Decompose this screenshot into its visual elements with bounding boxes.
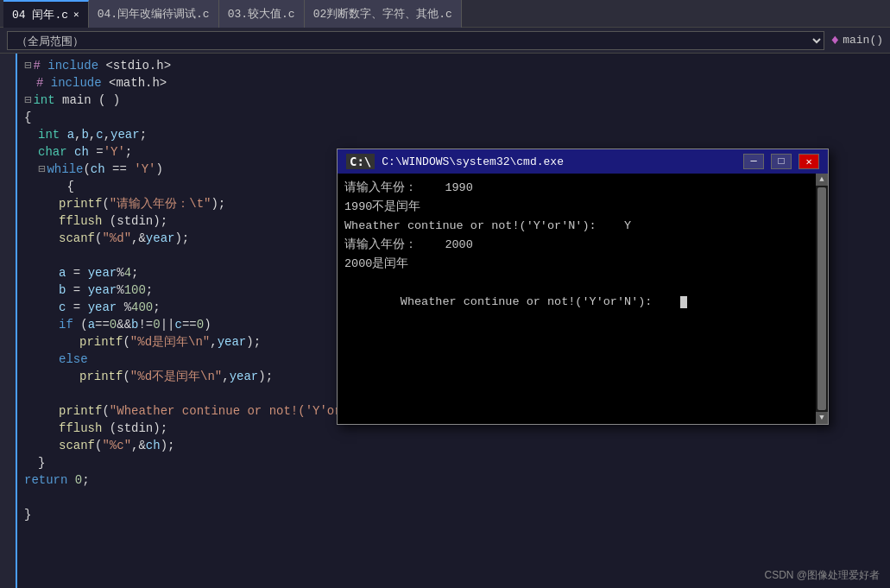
code-line: # include <math.h> bbox=[17, 74, 890, 92]
cmd-output-line: 2000是闰年 bbox=[344, 255, 821, 274]
cmd-body: 请输入年份： 1990 1990不是闰年 Wheather continue o… bbox=[338, 174, 828, 424]
code-text: ("请输入年份：\t"); bbox=[102, 195, 225, 212]
cmd-title-text: C:\WINDOWS\system32\cmd.exe bbox=[382, 155, 736, 168]
var: a bbox=[59, 264, 66, 281]
keyword: if bbox=[59, 316, 73, 333]
tab-02judge[interactable]: 02判断数字、字符、其他.c bbox=[305, 0, 462, 28]
code-text: (ch == 'Y') bbox=[83, 161, 162, 178]
keyword: include bbox=[47, 57, 98, 74]
code-text: a,b,c,year; bbox=[60, 126, 147, 143]
code-text: ("%c",&ch); bbox=[95, 437, 174, 454]
cmd-titlebar: C:\ C:\WINDOWS\system32\cmd.exe — □ ✕ bbox=[338, 149, 828, 174]
keyword: return bbox=[24, 471, 67, 489]
code-text: { bbox=[38, 178, 74, 195]
collapse-icon[interactable]: ⊟ bbox=[24, 57, 31, 74]
keyword: else bbox=[59, 351, 88, 368]
tab-bar: 04 闰年.c ✕ 04.闰年改编待调试.c 03.较大值.c 02判断数字、字… bbox=[0, 0, 890, 28]
watermark: CSDN @图像处理爱好者 bbox=[764, 568, 880, 583]
code-text: (stdin); bbox=[102, 420, 167, 437]
code-text: ch ='Y'; bbox=[67, 143, 133, 161]
scroll-up-button[interactable]: ▲ bbox=[816, 174, 828, 186]
preprocessor: # bbox=[36, 74, 51, 92]
function: fflush bbox=[59, 212, 102, 230]
tab-label: 04.闰年改编待调试.c bbox=[98, 6, 210, 22]
cursor bbox=[680, 296, 687, 308]
code-text: ("%d不是闰年\n",year); bbox=[123, 368, 273, 385]
keyword: while bbox=[47, 161, 83, 178]
function: fflush bbox=[59, 420, 102, 437]
code-line: { bbox=[17, 109, 890, 126]
scope-right: ♦ main() bbox=[831, 33, 883, 48]
code-line bbox=[17, 489, 890, 506]
type-keyword: char bbox=[38, 143, 67, 161]
diamond-icon: ♦ bbox=[831, 33, 840, 48]
code-text: ("%d是闰年\n",year); bbox=[123, 333, 261, 351]
cmd-maximize-button[interactable]: □ bbox=[771, 154, 792, 169]
preprocessor: # bbox=[33, 57, 47, 74]
cmd-output-line: 1990不是闰年 bbox=[344, 198, 821, 217]
function: printf bbox=[79, 333, 123, 351]
collapse-icon[interactable]: ⊟ bbox=[24, 92, 31, 109]
code-line: int a,b,c,year; bbox=[17, 126, 890, 143]
code-text: { bbox=[24, 109, 31, 126]
code-text: } bbox=[24, 506, 31, 523]
code-text: } bbox=[38, 454, 45, 471]
function: scanf bbox=[59, 230, 95, 247]
keyword: include bbox=[51, 74, 102, 92]
type-keyword: int bbox=[38, 126, 60, 143]
scope-dropdown[interactable]: （全局范围） bbox=[7, 31, 824, 50]
function: printf bbox=[59, 402, 102, 420]
function: scanf bbox=[59, 437, 95, 454]
var: b bbox=[59, 281, 66, 299]
code-text: (stdin); bbox=[102, 212, 167, 230]
cmd-window: C:\ C:\WINDOWS\system32\cmd.exe — □ ✕ 请输… bbox=[337, 149, 829, 425]
cmd-output-line: 请输入年份： 2000 bbox=[344, 236, 821, 255]
code-line: } bbox=[17, 454, 890, 471]
tab-04leapyear-edit[interactable]: 04.闰年改编待调试.c bbox=[89, 0, 219, 28]
cmd-scrollbar[interactable]: ▲ ▼ bbox=[816, 174, 828, 424]
left-gutter bbox=[0, 54, 17, 588]
cmd-output-line: Wheather continue or not!('Y'or'N'): Y bbox=[344, 217, 821, 236]
code-text: = year%100; bbox=[66, 281, 153, 299]
cmd-output-line: Wheather continue or not!('Y'or'N'): bbox=[344, 274, 821, 331]
code-text: <stdio.h> bbox=[98, 57, 171, 74]
scope-function: main() bbox=[843, 34, 883, 47]
cmd-close-button[interactable]: ✕ bbox=[798, 154, 819, 169]
code-line: ⊟ int main ( ) bbox=[17, 92, 890, 109]
scope-bar: （全局范围） ♦ main() bbox=[0, 28, 890, 54]
type-keyword: int bbox=[33, 92, 54, 109]
editor-area: ⊟ # include <stdio.h> # include <math.h>… bbox=[0, 54, 890, 588]
collapse-icon[interactable]: ⊟ bbox=[38, 161, 45, 178]
code-text: <math.h> bbox=[102, 74, 167, 92]
function: printf bbox=[79, 368, 123, 385]
tab-03max[interactable]: 03.较大值.c bbox=[219, 0, 305, 28]
scroll-thumb[interactable] bbox=[817, 187, 826, 410]
cmd-minimize-button[interactable]: — bbox=[743, 154, 764, 169]
code-line: ⊟ # include <stdio.h> bbox=[17, 57, 890, 74]
close-icon[interactable]: ✕ bbox=[73, 9, 79, 20]
tab-label: 04 闰年.c bbox=[12, 7, 68, 22]
code-text: (a==0&&b!=0||c==0) bbox=[73, 316, 211, 333]
function: printf bbox=[59, 195, 102, 212]
code-text: main ( ) bbox=[55, 92, 121, 109]
tab-label: 03.较大值.c bbox=[228, 6, 295, 22]
code-text: 0; bbox=[67, 471, 89, 489]
scroll-down-button[interactable]: ▼ bbox=[816, 412, 828, 424]
code-line: return 0; bbox=[17, 471, 890, 489]
tab-04leapyear[interactable]: 04 闰年.c ✕ bbox=[3, 0, 89, 28]
tab-label: 02判断数字、字符、其他.c bbox=[313, 6, 452, 22]
var: c bbox=[59, 299, 66, 316]
cmd-output-line: 请输入年份： 1990 bbox=[344, 179, 821, 198]
code-line: scanf ("%c",&ch); bbox=[17, 437, 890, 454]
code-text: = year%4; bbox=[66, 264, 138, 281]
code-text: ("%d",&year); bbox=[95, 230, 189, 247]
code-line: } bbox=[17, 506, 890, 523]
code-text: = year %400; bbox=[66, 299, 160, 316]
cmd-app-icon: C:\ bbox=[346, 154, 375, 169]
